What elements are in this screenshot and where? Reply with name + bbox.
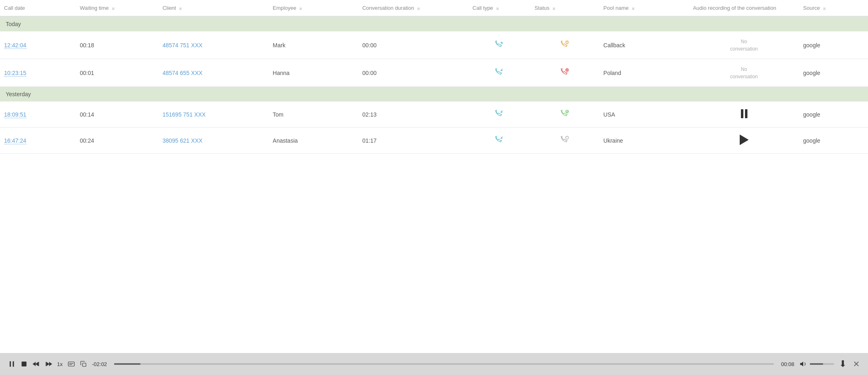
col-header-audio-label: Audio recording of the conversation <box>693 5 776 11</box>
cell-wait: 00:01 <box>76 59 158 87</box>
cell-employee: Anastasia <box>269 128 358 154</box>
calls-table-container: Call date Waiting time ≡ Client ≡ Employ… <box>0 0 868 154</box>
wait-filter-icon[interactable]: ≡ <box>112 6 114 11</box>
cell-status <box>530 128 599 154</box>
col-header-date: Call date <box>0 0 76 16</box>
cell-date: 16:47:24 <box>0 128 76 154</box>
cell-source: google <box>799 31 868 59</box>
status-icon <box>559 114 571 121</box>
table-row: 10:23:1500:0148574 655 XXXHanna00:00 Pol… <box>0 59 868 87</box>
cell-duration: 00:00 <box>358 31 468 59</box>
cell-calltype <box>468 101 530 128</box>
cell-wait: 00:14 <box>76 101 158 128</box>
table-row: 18:09:5100:14151695 751 XXXTom02:13 USA … <box>0 101 868 128</box>
cell-wait: 00:24 <box>76 128 158 154</box>
cell-employee: Mark <box>269 31 358 59</box>
cell-status <box>530 31 599 59</box>
cell-source: google <box>799 128 868 154</box>
cell-calltype <box>468 31 530 59</box>
col-header-source-label: Source <box>803 5 820 11</box>
cell-employee: Tom <box>269 101 358 128</box>
cell-client: 48574 655 XXX <box>158 59 269 87</box>
duration-filter-icon[interactable]: ≡ <box>417 6 420 11</box>
cell-duration: 00:00 <box>358 59 468 87</box>
play-triangle <box>740 135 749 145</box>
call-date-link[interactable]: 10:23:15 <box>4 70 26 77</box>
status-filter-icon[interactable]: ≡ <box>553 6 555 11</box>
col-header-duration: Conversation duration ≡ <box>358 0 468 16</box>
col-header-wait: Waiting time ≡ <box>76 0 158 16</box>
audio-pause-button[interactable] <box>741 109 747 118</box>
pool-name-text: Poland <box>603 70 621 76</box>
table-header: Call date Waiting time ≡ Client ≡ Employ… <box>0 0 868 16</box>
calltype-icon <box>494 73 505 79</box>
svg-point-6 <box>566 110 569 113</box>
cell-client: 48574 751 XXX <box>158 31 269 59</box>
call-date-link[interactable]: 16:47:24 <box>4 137 26 144</box>
status-icon <box>559 73 571 79</box>
col-header-date-label: Call date <box>4 5 25 11</box>
col-header-wait-label: Waiting time <box>80 5 109 11</box>
pool-name-text: USA <box>603 111 615 118</box>
pause-bar-2 <box>745 109 747 118</box>
status-icon <box>559 45 571 51</box>
col-header-audio: Audio recording of the conversation <box>689 0 799 16</box>
cell-date: 10:23:15 <box>0 59 76 87</box>
client-link[interactable]: 38095 621 XXX <box>163 137 202 144</box>
employee-filter-icon[interactable]: ≡ <box>299 6 302 11</box>
calltype-filter-icon[interactable]: ≡ <box>496 6 499 11</box>
col-header-calltype: Call type ≡ <box>468 0 530 16</box>
no-conversation-label: Noconversation <box>730 66 758 79</box>
pool-name-text: Callback <box>603 42 625 49</box>
cell-wait: 00:18 <box>76 31 158 59</box>
col-header-status: Status ≡ <box>530 0 599 16</box>
group-label: Today <box>0 16 868 31</box>
cell-source: google <box>799 101 868 128</box>
group-row: Today <box>0 16 868 31</box>
source-text: google <box>803 70 820 76</box>
audio-play-button[interactable] <box>740 135 749 146</box>
status-icon <box>559 140 571 147</box>
col-header-client: Client ≡ <box>158 0 269 16</box>
cell-date: 18:09:51 <box>0 101 76 128</box>
col-header-employee-label: Employee <box>273 5 297 11</box>
col-header-calltype-label: Call type <box>472 5 493 11</box>
pool-filter-icon[interactable]: ≡ <box>632 6 634 11</box>
cell-duration: 02:13 <box>358 101 468 128</box>
client-filter-icon[interactable]: ≡ <box>179 6 182 11</box>
cell-audio <box>689 101 799 128</box>
cell-audio: Noconversation <box>689 31 799 59</box>
source-text: google <box>803 42 820 49</box>
cell-employee: Hanna <box>269 59 358 87</box>
no-conversation-label: Noconversation <box>730 39 758 52</box>
client-link[interactable]: 151695 751 XXX <box>163 111 206 118</box>
client-link[interactable]: 48574 751 XXX <box>163 42 202 49</box>
col-header-source: Source ≡ <box>799 0 868 16</box>
call-date-link[interactable]: 18:09:51 <box>4 111 26 118</box>
source-text: google <box>803 137 820 144</box>
col-header-employee: Employee ≡ <box>269 0 358 16</box>
call-date-link[interactable]: 12:42:04 <box>4 42 26 49</box>
calltype-icon <box>494 114 505 121</box>
calltype-icon <box>494 140 505 147</box>
source-text: google <box>803 111 820 118</box>
cell-source: google <box>799 59 868 87</box>
cell-duration: 01:17 <box>358 128 468 154</box>
cell-pool: USA <box>599 101 689 128</box>
calltype-icon <box>494 45 505 51</box>
cell-calltype <box>468 59 530 87</box>
col-header-duration-label: Conversation duration <box>362 5 414 11</box>
pause-bar-1 <box>741 109 743 118</box>
client-link[interactable]: 48574 655 XXX <box>163 70 202 76</box>
cell-date: 12:42:04 <box>0 31 76 59</box>
source-filter-icon[interactable]: ≡ <box>823 6 826 11</box>
col-header-pool: Pool name ≡ <box>599 0 689 16</box>
group-label: Yesterday <box>0 87 868 102</box>
col-header-status-label: Status <box>534 5 549 11</box>
cell-audio <box>689 128 799 154</box>
pool-name-text: Ukraine <box>603 137 623 144</box>
col-header-pool-label: Pool name <box>603 5 628 11</box>
cell-calltype <box>468 128 530 154</box>
cell-audio: Noconversation <box>689 59 799 87</box>
svg-point-7 <box>566 137 569 139</box>
